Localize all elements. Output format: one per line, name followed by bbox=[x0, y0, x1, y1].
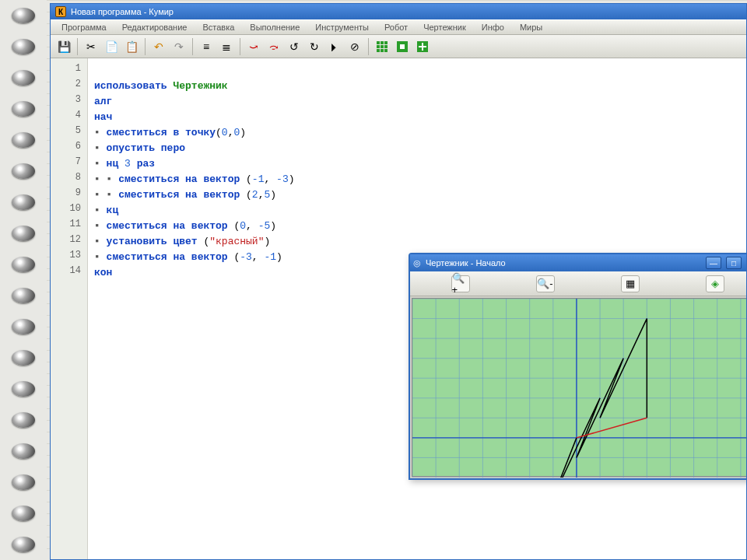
run-button[interactable]: ⏵ bbox=[326, 38, 343, 55]
step-into-button[interactable]: ⤻ bbox=[245, 38, 262, 55]
grid-toggle-button[interactable]: ▦ bbox=[621, 275, 640, 292]
add-world-button[interactable] bbox=[414, 38, 431, 55]
menu-info[interactable]: Инфо bbox=[475, 21, 510, 33]
line-number: 4 bbox=[51, 110, 87, 125]
frame-view-button[interactable] bbox=[394, 38, 411, 55]
line-number: 3 bbox=[51, 94, 87, 110]
menu-insert[interactable]: Вставка bbox=[196, 21, 240, 33]
zoom-out-button[interactable]: 🔍- bbox=[536, 275, 555, 292]
line-number: 9 bbox=[51, 187, 87, 203]
line-number: 1 bbox=[51, 63, 87, 79]
menu-run[interactable]: Выполнение bbox=[244, 21, 306, 33]
drafter-window[interactable]: ◎ Чертежник - Начало — □ ✕ 🔍+ 🔍- ▦ ◈ bbox=[409, 253, 746, 480]
line-number: 7 bbox=[51, 156, 87, 172]
drafter-plot bbox=[412, 299, 746, 478]
line-number: 5 bbox=[51, 125, 87, 141]
drafter-icon: ◎ bbox=[413, 258, 421, 268]
menu-worlds[interactable]: Миры bbox=[514, 21, 549, 33]
line-number: 10 bbox=[51, 203, 87, 219]
grid-view-button[interactable] bbox=[374, 38, 391, 55]
menu-robot[interactable]: Робот bbox=[378, 21, 414, 33]
menu-program[interactable]: Программа bbox=[55, 21, 113, 33]
line-number: 2 bbox=[51, 79, 87, 94]
minimize-button[interactable]: — bbox=[706, 257, 721, 269]
window-title: Новая программа - Кумир bbox=[71, 7, 174, 16]
editor-area: 1234567891011121314 использовать Чертежн… bbox=[51, 58, 746, 559]
stop-button[interactable]: ⊘ bbox=[346, 38, 363, 55]
zoom-in-button[interactable]: 🔍+ bbox=[451, 275, 470, 292]
app-icon: К bbox=[55, 6, 66, 17]
line-gutter: 1234567891011121314 bbox=[51, 58, 88, 559]
menu-drafter[interactable]: Чертежник bbox=[417, 21, 472, 33]
line-number: 14 bbox=[51, 265, 87, 281]
maximize-button[interactable]: □ bbox=[726, 257, 742, 269]
paste-button[interactable]: 📋 bbox=[123, 38, 140, 55]
line-number: 12 bbox=[51, 234, 87, 250]
toolbar: 💾 ✂ 📄 📋 ↶ ↷ ≡ ≣ ⤻ ⤼ ↺ ↻ ⏵ ⊘ bbox=[51, 35, 746, 58]
step-back-button[interactable]: ↺ bbox=[286, 38, 303, 55]
copy-button[interactable]: 📄 bbox=[103, 38, 120, 55]
line-number: 8 bbox=[51, 172, 87, 187]
canvas-wrap bbox=[410, 296, 746, 478]
line-number: 13 bbox=[51, 250, 87, 265]
undo-button[interactable]: ↶ bbox=[150, 38, 167, 55]
step-fwd-button[interactable]: ↻ bbox=[306, 38, 323, 55]
line-number: 6 bbox=[51, 141, 87, 156]
menu-edit[interactable]: Редактирование bbox=[116, 21, 194, 33]
main-window: К Новая программа - Кумир Программа Реда… bbox=[50, 3, 747, 560]
menu-tools[interactable]: Инструменты bbox=[309, 21, 375, 33]
save-button[interactable]: 💾 bbox=[55, 38, 72, 55]
notebook-spiral bbox=[0, 0, 47, 560]
indent-left-button[interactable]: ≡ bbox=[198, 38, 215, 55]
step-over-button[interactable]: ⤼ bbox=[265, 38, 282, 55]
cut-button[interactable]: ✂ bbox=[82, 38, 100, 55]
line-number: 11 bbox=[51, 219, 87, 234]
titlebar[interactable]: К Новая программа - Кумир bbox=[51, 4, 746, 19]
menubar: Программа Редактирование Вставка Выполне… bbox=[51, 19, 746, 35]
drafter-canvas[interactable] bbox=[412, 298, 746, 477]
fit-button[interactable]: ◈ bbox=[706, 275, 724, 292]
redo-button[interactable]: ↷ bbox=[170, 38, 188, 55]
drafter-titlebar[interactable]: ◎ Чертежник - Начало — □ ✕ bbox=[410, 254, 746, 271]
indent-right-button[interactable]: ≣ bbox=[218, 38, 235, 55]
drafter-title: Чертежник - Начало bbox=[426, 258, 506, 268]
drafter-toolbar: 🔍+ 🔍- ▦ ◈ bbox=[410, 271, 746, 296]
